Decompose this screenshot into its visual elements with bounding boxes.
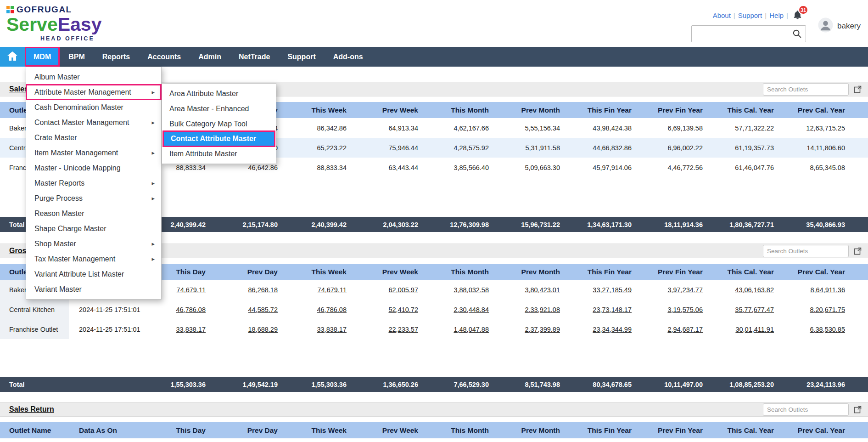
cell-value[interactable]: 6,38,530.85 bbox=[778, 319, 850, 339]
menu-item-reason-master[interactable]: Reason Master bbox=[26, 206, 161, 221]
cell-value[interactable]: 3,97,234.77 bbox=[636, 280, 707, 300]
menu-item-shop-master[interactable]: Shop Master▸ bbox=[26, 236, 161, 251]
menu-item-crate-master[interactable]: Crate Master bbox=[26, 130, 161, 145]
menu-item-item-master-management[interactable]: Item Master Management▸ bbox=[26, 145, 161, 160]
menu-item-purge-process[interactable]: Purge Process▸ bbox=[26, 191, 161, 206]
menu-item-master-reports[interactable]: Master Reports▸ bbox=[26, 176, 161, 191]
user-menu[interactable]: bakery bbox=[818, 4, 861, 35]
nav-item-nettrade[interactable]: NetTrade bbox=[230, 47, 279, 67]
cell-value[interactable]: 43,06,163.82 bbox=[707, 280, 778, 300]
cell-value[interactable]: 33,838.17 bbox=[152, 319, 210, 339]
submenu-item-item-attribute-master[interactable]: Item Attribute Master bbox=[162, 146, 276, 161]
cell-value[interactable]: 33,27,185.49 bbox=[565, 280, 636, 300]
cell-value[interactable]: 8,20,671.75 bbox=[778, 300, 850, 319]
cell-value[interactable]: 62,005.97 bbox=[351, 280, 423, 300]
nav-item-mdm[interactable]: MDM bbox=[25, 47, 60, 67]
cell-value[interactable]: 35,77,677.47 bbox=[707, 300, 778, 319]
cell-value[interactable]: 86,268.18 bbox=[210, 280, 282, 300]
submenu-item-contact-attribute-master[interactable]: Contact Attribute Master bbox=[163, 131, 274, 146]
cell-value: 8,65,345.08 bbox=[778, 158, 850, 177]
search-icon[interactable] bbox=[792, 29, 802, 40]
cell-value[interactable]: 46,786.08 bbox=[282, 300, 351, 319]
menu-item-tax-master-management[interactable]: Tax Master Management▸ bbox=[26, 251, 161, 266]
column-header-this-week: This Week bbox=[282, 422, 351, 438]
search-outlets-input[interactable] bbox=[763, 245, 849, 257]
open-in-new-icon[interactable] bbox=[854, 85, 862, 93]
cell-value[interactable]: 44,585.72 bbox=[210, 300, 282, 319]
cell-value[interactable]: 2,33,921.08 bbox=[493, 300, 565, 319]
top-link-about[interactable]: About bbox=[713, 11, 731, 19]
submenu-item-area-attribute-master[interactable]: Area Attribute Master bbox=[162, 86, 276, 101]
cell-value: 88,833.34 bbox=[282, 158, 351, 177]
cell-value[interactable]: 3,88,032.58 bbox=[423, 280, 493, 300]
cell-outlet-name: Franchise Outlet bbox=[0, 319, 69, 339]
table-header-row: Outlet NameData As OnThis DayPrev DayThi… bbox=[0, 422, 868, 438]
spacer bbox=[0, 417, 868, 422]
menu-item-attribute-master-management[interactable]: Attribute Master Management▸ bbox=[26, 85, 161, 100]
cell-value[interactable]: 74,679.11 bbox=[282, 280, 351, 300]
cell-value[interactable]: 22,233.57 bbox=[351, 319, 423, 339]
cell-value[interactable]: 3,19,575.06 bbox=[636, 300, 707, 319]
column-header-prev-month: Prev Month bbox=[493, 422, 565, 438]
menu-item-variant-master[interactable]: Variant Master bbox=[26, 282, 161, 297]
menu-item-cash-denomination-master[interactable]: Cash Denomination Master bbox=[26, 100, 161, 115]
cell-value[interactable]: 33,838.17 bbox=[282, 319, 351, 339]
top-link-support[interactable]: Support bbox=[738, 11, 762, 19]
data-table: Outlet NameData As OnThis DayPrev DayThi… bbox=[0, 422, 868, 438]
cell-value: 5,31,911.58 bbox=[493, 138, 565, 158]
cell-value[interactable]: 23,73,148.17 bbox=[565, 300, 636, 319]
chevron-right-icon: ▸ bbox=[151, 119, 155, 126]
menu-item-contact-master-management[interactable]: Contact Master Management▸ bbox=[26, 115, 161, 130]
cell-value[interactable]: 23,34,344.99 bbox=[565, 319, 636, 339]
cell-value: 65,223.22 bbox=[282, 138, 351, 158]
cell-value[interactable]: 1,48,047.88 bbox=[423, 319, 493, 339]
brand-logo: GOFRUGAL ServeEasy HEAD OFFICE bbox=[6, 4, 101, 42]
search-outlets-input[interactable] bbox=[763, 83, 849, 96]
column-header-this-month: This Month bbox=[423, 422, 493, 438]
column-header-prev-fin-year: Prev Fin Year bbox=[636, 102, 707, 118]
nav-item-reports[interactable]: Reports bbox=[94, 47, 139, 67]
nav-item-add-ons[interactable]: Add-ons bbox=[325, 47, 372, 67]
cell-value[interactable]: 18,688.29 bbox=[210, 319, 282, 339]
cell-value[interactable]: 30,01,411.91 bbox=[707, 319, 778, 339]
cell-value[interactable]: 46,786.08 bbox=[152, 300, 210, 319]
total-value: 12,76,309.98 bbox=[423, 217, 493, 232]
home-button[interactable] bbox=[0, 47, 25, 67]
total-row: Total1,55,303.361,49,542.191,55,303.361,… bbox=[0, 377, 868, 392]
menu-item-shape-charge-master[interactable]: Shape Charge Master bbox=[26, 221, 161, 236]
top-link-help[interactable]: Help bbox=[769, 11, 784, 19]
menu-item-label: Master - Unicode Mapping bbox=[34, 164, 155, 172]
cell-value[interactable]: 3,80,423.01 bbox=[493, 280, 565, 300]
menu-item-variant-attribute-list-master[interactable]: Variant Attribute List Master bbox=[26, 266, 161, 282]
column-header-this-fin-year: This Fin Year bbox=[565, 102, 636, 118]
bell-icon[interactable]: 31 bbox=[792, 9, 806, 21]
nav-item-bpm[interactable]: BPM bbox=[60, 47, 94, 67]
cell-value[interactable]: 2,30,448.84 bbox=[423, 300, 493, 319]
cell-value[interactable]: 8,64,911.36 bbox=[778, 280, 850, 300]
nav-item-support[interactable]: Support bbox=[279, 47, 324, 67]
column-header-this-week: This Week bbox=[282, 264, 351, 280]
cell-value: 14,11,806.60 bbox=[778, 138, 850, 158]
nav-item-accounts[interactable]: Accounts bbox=[139, 47, 190, 67]
cell-value: 61,46,047.76 bbox=[707, 158, 778, 177]
column-header-prev-week: Prev Week bbox=[351, 102, 423, 118]
nav-item-admin[interactable]: Admin bbox=[190, 47, 230, 67]
column-header-prev-cal-year: Prev Cal. Year bbox=[778, 264, 850, 280]
cell-value[interactable]: 2,37,399.89 bbox=[493, 319, 565, 339]
section-sales-return: Sales ReturnOutlet NameData As OnThis Da… bbox=[0, 402, 868, 438]
column-header-this-month: This Month bbox=[423, 102, 493, 118]
gofrugal-logo-icon bbox=[6, 6, 14, 13]
cell-value[interactable]: 52,410.72 bbox=[351, 300, 423, 319]
open-in-new-icon[interactable] bbox=[854, 247, 862, 255]
menu-item-album-master[interactable]: Album Master bbox=[26, 69, 161, 85]
submenu-item-area-master-enhanced[interactable]: Area Master - Enhanced bbox=[162, 101, 276, 116]
total-value: 1,08,85,253.20 bbox=[707, 377, 778, 392]
search-outlets-input[interactable] bbox=[763, 403, 849, 416]
column-header-prev-day: Prev Day bbox=[210, 422, 282, 438]
submenu-item-bulk-category-map-tool[interactable]: Bulk Category Map Tool bbox=[162, 116, 276, 131]
open-in-new-icon[interactable] bbox=[854, 406, 862, 414]
global-search-input[interactable] bbox=[691, 25, 806, 42]
cell-value[interactable]: 2,94,687.17 bbox=[636, 319, 707, 339]
menu-item-master-unicode-mapping[interactable]: Master - Unicode Mapping bbox=[26, 160, 161, 176]
cell-value: 4,46,772.56 bbox=[636, 158, 707, 177]
